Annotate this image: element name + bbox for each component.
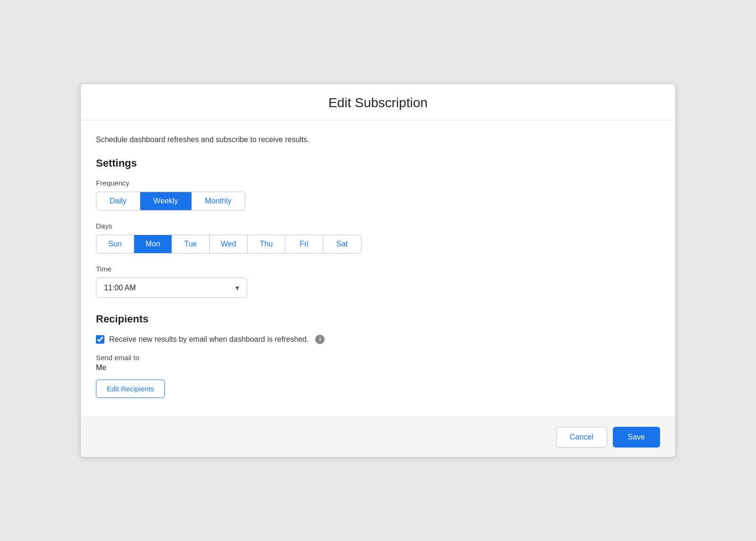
- email-checkbox-label: Receive new results by email when dashbo…: [109, 335, 309, 344]
- time-select-wrapper: 12:00 AM1:00 AM2:00 AM3:00 AM4:00 AM5:00…: [96, 278, 247, 298]
- time-select[interactable]: 12:00 AM1:00 AM2:00 AM3:00 AM4:00 AM5:00…: [96, 278, 247, 298]
- time-label: Time: [96, 265, 660, 273]
- info-icon: i: [315, 335, 325, 344]
- email-checkbox-row: Receive new results by email when dashbo…: [96, 335, 660, 344]
- frequency-field: Frequency Daily Weekly Monthly: [96, 179, 660, 211]
- modal-header: Edit Subscription: [81, 84, 675, 120]
- days-field: Days Sun Mon Tue Wed Thu Fri Sat: [96, 222, 660, 254]
- days-btn-group: Sun Mon Tue Wed Thu Fri Sat: [96, 235, 361, 254]
- recipients-section: Recipients Receive new results by email …: [96, 313, 660, 398]
- save-button[interactable]: Save: [613, 427, 660, 448]
- frequency-weekly-btn[interactable]: Weekly: [140, 192, 192, 210]
- frequency-daily-btn[interactable]: Daily: [96, 192, 140, 210]
- cancel-button[interactable]: Cancel: [556, 427, 607, 448]
- frequency-btn-group: Daily Weekly Monthly: [96, 192, 245, 211]
- description-text: Schedule dashboard refreshes and subscri…: [96, 135, 660, 144]
- modal-title: Edit Subscription: [96, 95, 660, 110]
- send-email-label: Send email to: [96, 354, 660, 362]
- day-sat-btn[interactable]: Sat: [323, 235, 361, 253]
- modal-footer: Cancel Save: [81, 417, 675, 457]
- email-checkbox[interactable]: [96, 335, 104, 344]
- recipients-section-title: Recipients: [96, 313, 660, 325]
- modal-body: Schedule dashboard refreshes and subscri…: [81, 120, 675, 417]
- time-field: Time 12:00 AM1:00 AM2:00 AM3:00 AM4:00 A…: [96, 265, 660, 298]
- frequency-label: Frequency: [96, 179, 660, 187]
- send-email-value: Me: [96, 363, 660, 372]
- day-wed-btn[interactable]: Wed: [210, 235, 248, 253]
- day-fri-btn[interactable]: Fri: [285, 235, 323, 253]
- settings-section-title: Settings: [96, 157, 660, 169]
- settings-section: Settings Frequency Daily Weekly Monthly …: [96, 157, 660, 298]
- day-sun-btn[interactable]: Sun: [96, 235, 134, 253]
- day-thu-btn[interactable]: Thu: [248, 235, 285, 253]
- edit-recipients-btn[interactable]: Edit Recipients: [96, 380, 165, 398]
- edit-subscription-modal: Edit Subscription Schedule dashboard ref…: [80, 84, 676, 457]
- days-label: Days: [96, 222, 660, 230]
- frequency-monthly-btn[interactable]: Monthly: [192, 192, 245, 210]
- day-tue-btn[interactable]: Tue: [172, 235, 210, 253]
- day-mon-btn[interactable]: Mon: [134, 235, 172, 253]
